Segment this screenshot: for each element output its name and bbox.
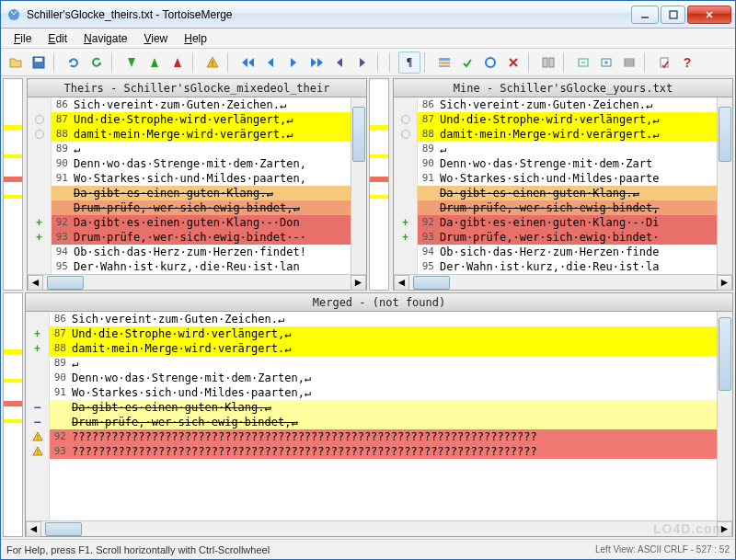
code-line[interactable]: 93Drum·prüfe,·wer·sich·ewig·bindet·-· <box>52 230 351 245</box>
redo-block-button[interactable] <box>595 51 617 74</box>
code-line[interactable]: Drum·prüfe,·wer·sich·ewig·bindet, <box>418 200 717 215</box>
separator <box>53 52 59 73</box>
menu-file[interactable]: File <box>6 30 39 47</box>
code-line[interactable]: 87Und·die·Strophe·wird·verlängert,↵ <box>52 112 351 127</box>
settings-button[interactable] <box>618 51 640 74</box>
merged-header: Merged - (not found) <box>26 293 732 312</box>
theirs-header: Theirs - Schiller'sGlocke_mixedeol_their <box>28 79 366 97</box>
merged-code[interactable]: 86Sich·vereint·zum·Guten·Zeichen.↵87Und·… <box>50 312 717 520</box>
code-line[interactable]: Da·gibt·es·einen·guten·Klang.↵ <box>50 400 717 415</box>
theirs-vscrollbar[interactable] <box>351 97 366 274</box>
code-line[interactable]: 94Ob·sich·das·Herz·zum·Herzen·findet! <box>52 245 351 259</box>
code-line[interactable]: 95Der·Wahn·ist·kurz,·die·Reu·ist·lan <box>52 259 351 274</box>
menu-view[interactable]: View <box>136 30 175 47</box>
code-line[interactable]: 89↵ <box>418 142 717 156</box>
separator <box>563 52 569 73</box>
app-icon <box>6 7 21 22</box>
use-mine-button[interactable] <box>479 51 501 74</box>
titlebar[interactable]: Schiller'sGlocke_theirs.txt - TortoiseMe… <box>1 1 735 29</box>
menubar: File Edit Navigate View Help <box>1 29 735 49</box>
code-line[interactable]: Da·gibt·es·einen·guten·Klang.↵ <box>418 186 717 200</box>
reload-button[interactable] <box>63 51 85 74</box>
mine-gutter: + + <box>394 97 418 274</box>
code-line[interactable]: 86Sich·vereint·zum·Guten·Zeichen.↵ <box>418 97 717 112</box>
code-line[interactable]: 93Drum·prüfe,·wer·sich·ewig·bindet· <box>418 230 717 245</box>
code-line[interactable]: 91Wo·Starkes·sich·und·Mildes·paarte <box>418 171 717 186</box>
menu-edit[interactable]: Edit <box>40 30 75 47</box>
code-line[interactable]: 92Da·gibt·es·einen·guten·Klang·-·Di <box>418 215 717 230</box>
separator <box>111 52 117 73</box>
code-line[interactable]: 91Wo·Starkes·sich·und·Mildes·paarten,↵ <box>50 385 717 400</box>
code-line[interactable]: 88damit·mein·Merge·wird·verärgert.↵ <box>50 341 717 356</box>
merged-vscrollbar[interactable] <box>717 312 732 520</box>
code-line[interactable]: 92Da·gibt·es·einen·guten·Klang·-·Don <box>52 215 351 230</box>
theirs-code[interactable]: 86Sich·vereint·zum·Guten·Zeichen.↵87Und·… <box>52 97 351 274</box>
show-whitespace-button[interactable]: ¶ <box>398 51 420 74</box>
plus-icon: + <box>36 231 42 244</box>
close-button[interactable] <box>687 6 731 24</box>
code-line[interactable]: 89↵ <box>52 142 351 156</box>
merged-pane: Merged - (not found) ++−−!! 86Sich·verei… <box>25 292 733 537</box>
next-diff-button[interactable] <box>144 51 166 74</box>
undo-block-button[interactable] <box>572 51 594 74</box>
svg-rect-10 <box>543 58 547 67</box>
code-line[interactable]: 87Und·die·Strophe·wird·verlängert,↵ <box>418 112 717 127</box>
nav-first-button[interactable] <box>236 51 259 74</box>
help-button[interactable]: ? <box>676 51 698 74</box>
code-line[interactable]: 94Ob·sich·das·Herz·zum·Herzen·finde <box>418 245 717 259</box>
code-line[interactable]: 90Denn·wo·das·Strenge·mit·dem·Zart <box>418 156 717 171</box>
theirs-pane: Theirs - Schiller'sGlocke_mixedeol_their… <box>27 78 367 291</box>
minus-icon: − <box>33 415 40 429</box>
mine-vscrollbar[interactable] <box>717 97 732 274</box>
nav-prev-button[interactable] <box>259 51 282 74</box>
nav-next2-button[interactable] <box>351 51 374 74</box>
nav-next-button[interactable] <box>282 51 305 74</box>
code-line[interactable]: 90Denn·wo·das·Strenge·mit·dem·Zarten,↵ <box>50 371 717 385</box>
svg-rect-6 <box>439 58 450 61</box>
code-line[interactable]: 88damit·mein·Merge·wird·verärgert.↵ <box>418 127 717 142</box>
theirs-locator[interactable] <box>3 78 23 291</box>
two-pane-button[interactable] <box>537 51 559 74</box>
code-line[interactable]: 93??????????????????????????????????????… <box>50 444 717 459</box>
code-line[interactable]: 90Denn·wo·das·Strenge·mit·dem·Zarten, <box>52 156 351 171</box>
maximize-button[interactable] <box>661 6 685 24</box>
code-line[interactable]: Drum·prüfe,·wer·sich·ewig·bindet,↵ <box>50 415 717 429</box>
nav-prev2-button[interactable] <box>328 51 351 74</box>
code-line[interactable]: 88damit·mein·Merge·wird·verärgert.↵ <box>52 127 351 142</box>
conflict-marker-button[interactable]: ! <box>201 51 224 74</box>
reject-button[interactable] <box>502 51 524 74</box>
minimize-button[interactable] <box>631 6 659 24</box>
open-button[interactable] <box>5 51 27 74</box>
code-line[interactable]: 89↵ <box>50 356 717 371</box>
nav-last-button[interactable] <box>305 51 328 74</box>
separator <box>227 52 233 73</box>
code-line[interactable]: Da·gibt·es·einen·guten·Klang.↵ <box>52 186 351 200</box>
mine-hscrollbar[interactable]: ◄► <box>394 274 732 290</box>
next-conflict-button[interactable] <box>167 51 189 74</box>
inline-diff-button[interactable] <box>433 51 455 74</box>
use-theirs-button[interactable] <box>456 51 478 74</box>
code-line[interactable]: 92??????????????????????????????????????… <box>50 429 717 444</box>
merged-locator[interactable] <box>3 292 23 537</box>
prev-diff-button[interactable] <box>121 51 143 74</box>
separator <box>192 52 198 73</box>
mark-button[interactable] <box>653 51 675 74</box>
code-line[interactable]: 87Und·die·Strophe·wird·verlängert,↵ <box>50 326 717 341</box>
menu-help[interactable]: Help <box>177 30 214 47</box>
mine-code[interactable]: 86Sich·vereint·zum·Guten·Zeichen.↵87Und·… <box>418 97 717 274</box>
plus-icon: + <box>402 231 408 244</box>
code-line[interactable]: 95Der·Wahn·ist·kurz,·die·Reu·ist·la <box>418 259 717 274</box>
save-button[interactable] <box>28 51 50 74</box>
merged-hscrollbar[interactable]: ◄► <box>26 520 732 536</box>
theirs-hscrollbar[interactable]: ◄► <box>28 274 366 290</box>
mine-header: Mine - Schiller'sGlocke_yours.txt <box>394 79 732 97</box>
theirs-gutter: + + <box>28 97 52 274</box>
refresh-button[interactable] <box>86 51 108 74</box>
code-line[interactable]: Drum·prüfe,·wer·sich·ewig·bindet,↵ <box>52 200 351 215</box>
code-line[interactable]: 91Wo·Starkes·sich·und·Mildes·paarten, <box>52 171 351 186</box>
code-line[interactable]: 86Sich·vereint·zum·Guten·Zeichen.↵ <box>50 312 717 326</box>
separator <box>424 52 430 73</box>
menu-navigate[interactable]: Navigate <box>76 30 134 47</box>
mine-locator[interactable] <box>369 78 389 291</box>
code-line[interactable]: 86Sich·vereint·zum·Guten·Zeichen.↵ <box>52 97 351 112</box>
